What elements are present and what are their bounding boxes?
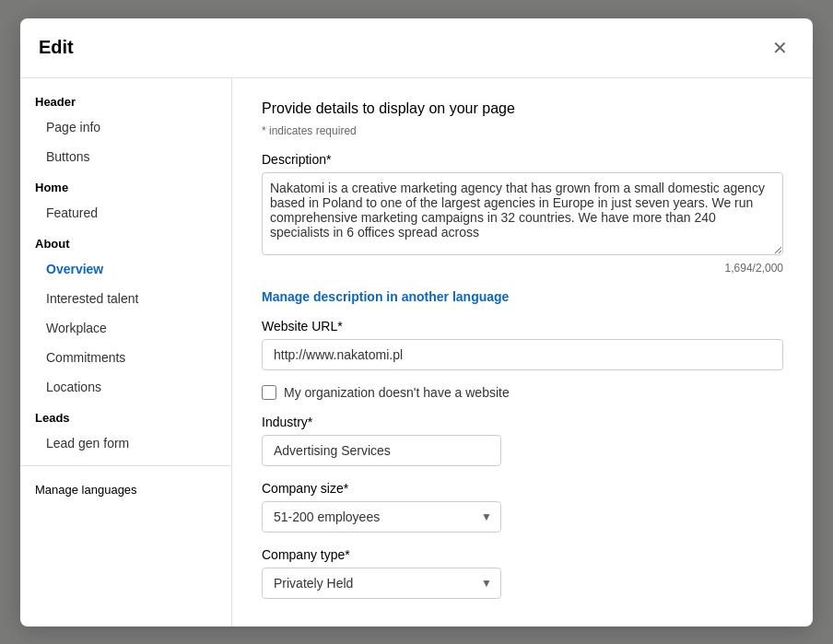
no-website-label: My organization doesn't have a website xyxy=(284,385,510,400)
sidebar-section-header: Header xyxy=(20,86,231,112)
modal-title: Edit xyxy=(39,37,74,58)
sidebar-item-workplace[interactable]: Workplace xyxy=(20,313,231,343)
website-url-label: Website URL* xyxy=(262,319,783,334)
modal-header: Edit ✕ xyxy=(20,18,813,78)
sidebar-item-locations[interactable]: Locations xyxy=(20,372,231,402)
sidebar-item-featured[interactable]: Featured xyxy=(20,198,231,228)
sidebar-item-lead-gen-form[interactable]: Lead gen form xyxy=(20,428,231,458)
sidebar-item-commitments[interactable]: Commitments xyxy=(20,343,231,372)
sidebar: Header Page info Buttons Home Featured A… xyxy=(20,78,232,626)
required-note: * indicates required xyxy=(262,124,783,137)
company-type-label: Company type* xyxy=(262,547,783,562)
description-label: Description* xyxy=(262,152,783,167)
sidebar-section-leads: Leads xyxy=(20,402,231,428)
website-url-field-group: Website URL* xyxy=(262,319,783,370)
industry-input[interactable] xyxy=(262,435,501,466)
modal-overlay: Edit ✕ Header Page info Buttons Home xyxy=(0,0,833,644)
no-website-checkbox[interactable] xyxy=(262,385,276,400)
close-icon: ✕ xyxy=(772,37,788,59)
company-size-wrapper: 51-200 employees 1-10 employees 11-50 em… xyxy=(262,501,501,533)
close-button[interactable]: ✕ xyxy=(765,33,794,63)
modal-body: Header Page info Buttons Home Featured A… xyxy=(20,78,813,626)
sidebar-item-buttons[interactable]: Buttons xyxy=(20,142,231,171)
sidebar-item-page-info[interactable]: Page info xyxy=(20,112,231,142)
main-content: Provide details to display on your page … xyxy=(232,78,813,626)
company-size-label: Company size* xyxy=(262,481,783,496)
company-size-select[interactable]: 51-200 employees 1-10 employees 11-50 em… xyxy=(262,501,501,533)
sidebar-item-interested-talent[interactable]: Interested talent xyxy=(20,284,231,313)
sidebar-item-manage-languages[interactable]: Manage languages xyxy=(20,474,231,500)
sidebar-divider xyxy=(20,465,231,466)
company-size-field-group: Company size* 51-200 employees 1-10 empl… xyxy=(262,481,783,533)
company-type-wrapper: Privately Held Public Company Non Profit… xyxy=(262,568,501,599)
sidebar-section-home: Home xyxy=(20,171,231,198)
company-type-select[interactable]: Privately Held Public Company Non Profit… xyxy=(262,568,501,599)
industry-label: Industry* xyxy=(262,415,783,429)
sidebar-item-overview[interactable]: Overview xyxy=(20,254,231,284)
industry-field-group: Industry* xyxy=(262,415,783,466)
char-count: 1,694/2,000 xyxy=(262,262,783,275)
description-field-group: Description* 1,694/2,000 xyxy=(262,152,783,275)
no-website-row: My organization doesn't have a website xyxy=(262,385,783,400)
edit-modal: Edit ✕ Header Page info Buttons Home xyxy=(20,18,813,626)
company-type-field-group: Company type* Privately Held Public Comp… xyxy=(262,547,783,599)
website-url-input[interactable] xyxy=(262,339,783,370)
description-textarea[interactable] xyxy=(262,172,783,255)
section-title: Provide details to display on your page xyxy=(262,100,783,117)
sidebar-section-about: About xyxy=(20,228,231,254)
manage-language-link[interactable]: Manage description in another language xyxy=(262,289,509,304)
